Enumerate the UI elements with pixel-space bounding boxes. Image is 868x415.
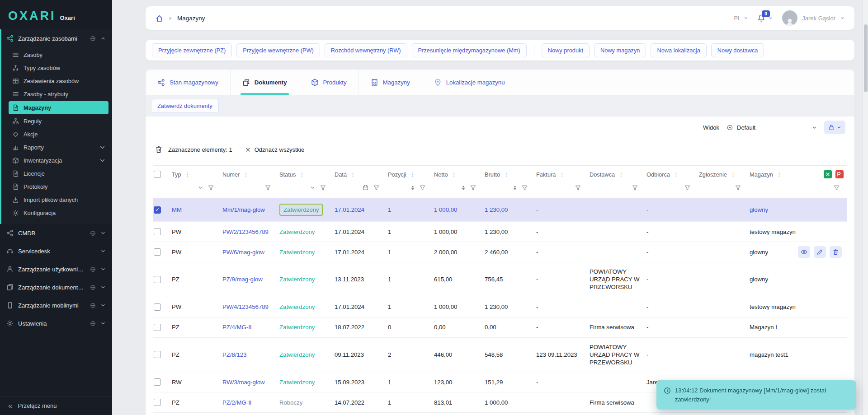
column-header-odbiorca[interactable]: Odbiorca⋮ bbox=[646, 169, 698, 180]
filter-input-magazyn[interactable] bbox=[749, 183, 830, 192]
filter-input-data[interactable] bbox=[334, 183, 362, 192]
filter-input-status[interactable] bbox=[278, 183, 309, 192]
column-menu-icon[interactable]: ⋮ bbox=[672, 171, 680, 178]
table-row[interactable]: PWPW/4/123456789Zatwierdzony17.01.202411… bbox=[153, 297, 847, 317]
column-header-numer[interactable]: Numer⋮ bbox=[222, 169, 278, 180]
filter-funnel-icon[interactable] bbox=[417, 182, 428, 193]
row-checkbox[interactable] bbox=[154, 351, 161, 358]
row-checkbox[interactable] bbox=[154, 303, 161, 311]
sidebar-item-konfiguracja[interactable]: Konfiguracja bbox=[1, 206, 112, 219]
row-checkbox[interactable] bbox=[154, 248, 161, 256]
scrollbar-thumb[interactable] bbox=[864, 24, 868, 92]
row-checkbox[interactable] bbox=[154, 378, 161, 386]
column-header-dostawca[interactable]: Dostawca⋮ bbox=[589, 169, 646, 180]
filter-input-faktura[interactable] bbox=[535, 183, 571, 192]
tab-stan-magazynowy[interactable]: Stan magazynowy bbox=[146, 70, 231, 95]
column-header-typ[interactable]: Typ⋮ bbox=[171, 169, 222, 180]
sidebar-section-servicedesk[interactable]: Servicedesk bbox=[0, 242, 112, 260]
number-stepper[interactable] bbox=[461, 186, 466, 190]
action-rozchod-wewnetrzny-button[interactable]: Rozchód wewnętrzny (RW) bbox=[325, 43, 407, 57]
column-menu-icon[interactable]: ⋮ bbox=[558, 171, 566, 178]
filter-dropdown-arrow-icon[interactable] bbox=[197, 185, 204, 190]
nowy-magazyn-button[interactable]: Nowy magazyn bbox=[594, 43, 646, 57]
filter-input-pozycji[interactable] bbox=[387, 183, 410, 192]
nowy-produkt-button[interactable]: Nowy produkt bbox=[542, 43, 590, 57]
filter-funnel-icon[interactable] bbox=[317, 182, 328, 193]
row-checkbox[interactable]: ✓ bbox=[154, 206, 161, 214]
table-row[interactable]: ✓MMMm/1/mag-glowZatwierdzony17.01.202411… bbox=[153, 198, 847, 222]
filter-funnel-icon[interactable] bbox=[682, 182, 693, 193]
filter-funnel-icon[interactable] bbox=[205, 182, 216, 193]
filter-input-brutto[interactable] bbox=[484, 183, 512, 192]
filter-funnel-icon[interactable] bbox=[629, 182, 640, 193]
filter-funnel-icon[interactable] bbox=[467, 182, 478, 193]
document-number-link[interactable]: PZ/2/MG-II bbox=[222, 393, 278, 412]
calendar-icon[interactable] bbox=[362, 185, 369, 191]
sidebar-section-cmdb[interactable]: CMDB bbox=[0, 224, 112, 242]
edit-row-button[interactable] bbox=[814, 246, 826, 258]
column-menu-icon[interactable]: ⋮ bbox=[617, 171, 625, 178]
sidebar-item-zasoby-atrybuty[interactable]: Zasoby - atrybuty bbox=[1, 88, 112, 101]
sidebar-section-zarzadzanie-mobilnymi[interactable]: Zarządzanie mobilnymi bbox=[0, 296, 112, 314]
sidebar-item-import-plikow[interactable]: Import plików danych bbox=[1, 193, 112, 206]
column-menu-icon[interactable]: ⋮ bbox=[502, 171, 510, 178]
filter-input-netto[interactable] bbox=[433, 183, 461, 192]
action-przyjecie-zewnetrzne-button[interactable]: Przyjęcie zewnętrzne (PZ) bbox=[152, 43, 232, 57]
document-number-link[interactable]: RW/3/mag-glow bbox=[222, 373, 278, 392]
column-header-brutto[interactable]: Brutto⋮ bbox=[484, 169, 535, 180]
sidebar-item-zestawienia-zasobow[interactable]: Zestawienia zasobów bbox=[1, 75, 112, 88]
sidebar-item-reguly[interactable]: Reguły bbox=[1, 115, 112, 128]
sidebar-item-licencje[interactable]: Licencje bbox=[1, 167, 112, 180]
number-stepper[interactable] bbox=[512, 186, 518, 190]
table-row[interactable]: PZPZ/9/mag-glowZatwierdzony13.11.2023161… bbox=[153, 262, 847, 297]
column-header-data[interactable]: Data⋮ bbox=[334, 169, 387, 180]
column-menu-icon[interactable]: ⋮ bbox=[775, 171, 783, 178]
nowy-dostawca-button[interactable]: Nowy dostawca bbox=[711, 43, 764, 57]
sidebar-item-akcje[interactable]: Akcje bbox=[1, 128, 112, 141]
filter-funnel-icon[interactable] bbox=[732, 182, 743, 193]
filter-funnel-icon[interactable] bbox=[831, 182, 842, 193]
filter-input-dostawca[interactable] bbox=[589, 183, 628, 192]
column-header-pozycji[interactable]: Pozycji⋮ bbox=[387, 169, 433, 180]
toggle-menu-button[interactable]: « Przełącz menu bbox=[0, 396, 112, 415]
toast-notification[interactable]: 13:04:12 Dokument magazynowy [Mm/1/mag-g… bbox=[656, 380, 856, 410]
row-checkbox[interactable] bbox=[154, 276, 161, 283]
sidebar-item-raporty[interactable]: Raporty bbox=[1, 141, 112, 154]
document-number-link[interactable]: PZ/4/MG-II bbox=[222, 318, 278, 336]
filter-funnel-icon[interactable] bbox=[262, 182, 273, 193]
view-selector[interactable]: Default bbox=[726, 124, 817, 131]
action-przyjecie-wewnetrzne-button[interactable]: Przyjęcie wewnętrzne (PW) bbox=[236, 43, 320, 57]
filter-input-numer[interactable] bbox=[222, 183, 261, 192]
table-row[interactable]: PWPW/2/123456789Zatwierdzony17.01.202411… bbox=[153, 222, 847, 242]
sidebar-item-protokoly[interactable]: Protokoły bbox=[1, 180, 112, 193]
tab-lokalizacje-magazynu[interactable]: Lokalizacje magazynu bbox=[422, 70, 517, 95]
table-row[interactable]: PZPZ/8/123Zatwierdzony09.11.20232446,005… bbox=[153, 338, 847, 372]
nowa-lokalizacja-button[interactable]: Nowa lokalizacja bbox=[651, 43, 706, 57]
approve-documents-button[interactable]: Zatwierdź dokumenty bbox=[151, 99, 219, 113]
filter-dropdown-arrow-icon[interactable] bbox=[309, 185, 316, 190]
view-row-button[interactable] bbox=[798, 246, 810, 258]
filter-funnel-icon[interactable] bbox=[519, 182, 530, 193]
tab-produkty[interactable]: Produkty bbox=[299, 70, 359, 95]
breadcrumb-current[interactable]: Magazyny bbox=[177, 15, 205, 22]
sidebar-item-zasoby[interactable]: Zasoby bbox=[1, 48, 112, 61]
filter-funnel-icon[interactable] bbox=[572, 182, 583, 193]
column-header-netto[interactable]: Netto⋮ bbox=[433, 169, 484, 180]
row-checkbox[interactable] bbox=[154, 228, 161, 235]
deselect-all-button[interactable]: Odznacz wszystkie bbox=[245, 146, 305, 153]
document-number-link[interactable]: PW/6/mag-glow bbox=[222, 243, 278, 261]
home-icon[interactable] bbox=[156, 14, 163, 22]
sidebar-section-zarzadzanie-zasobami[interactable]: Zarządzanie zasobami bbox=[1, 29, 112, 47]
sidebar-item-inwentaryzacja[interactable]: Inwentaryzacja bbox=[1, 154, 112, 167]
delete-selected-icon[interactable] bbox=[155, 145, 163, 154]
filter-input-zgloszenie[interactable] bbox=[698, 183, 731, 192]
column-menu-icon[interactable]: ⋮ bbox=[409, 171, 416, 178]
user-menu[interactable]: Jarek Gąsior bbox=[782, 10, 844, 26]
document-number-link[interactable]: Mm/1/mag-glow bbox=[222, 201, 278, 219]
sidebar-section-ustawienia[interactable]: Ustawienia bbox=[0, 314, 112, 332]
document-number-link[interactable]: PW/2/123456789 bbox=[222, 223, 278, 241]
row-checkbox[interactable] bbox=[154, 399, 161, 406]
tab-dokumenty[interactable]: Dokumenty bbox=[231, 70, 299, 95]
filter-funnel-icon[interactable] bbox=[371, 182, 382, 193]
column-header-faktura[interactable]: Faktura⋮ bbox=[535, 169, 589, 180]
